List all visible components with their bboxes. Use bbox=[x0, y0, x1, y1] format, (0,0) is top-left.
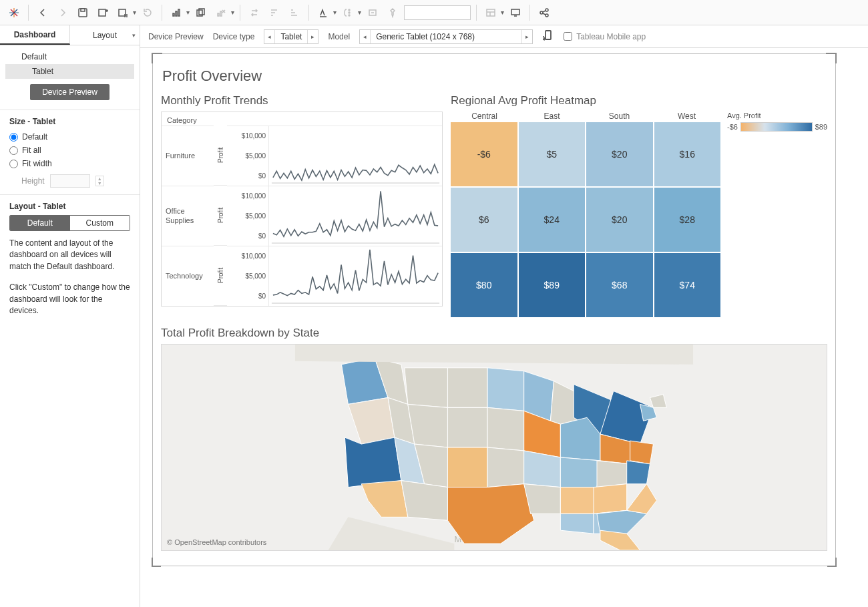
duplicate-sheet-button[interactable] bbox=[192, 4, 210, 21]
svg-marker-74 bbox=[560, 457, 600, 487]
svg-rect-18 bbox=[220, 11, 222, 16]
chevron-right-icon[interactable]: ▸ bbox=[521, 30, 532, 43]
svg-rect-14 bbox=[178, 9, 180, 16]
size-fitall-radio[interactable]: Fit all bbox=[9, 144, 130, 157]
model-label: Model bbox=[328, 32, 350, 41]
logo-icon[interactable] bbox=[5, 4, 23, 21]
svg-rect-33 bbox=[487, 9, 495, 16]
svg-point-29 bbox=[349, 12, 350, 13]
heatmap-cell[interactable]: $74 bbox=[654, 253, 721, 317]
device-preview-bar: Device Preview Device type ◂ Tablet ▸ Mo… bbox=[140, 25, 868, 48]
heatmap-cell[interactable]: $28 bbox=[654, 188, 721, 252]
sparkline[interactable] bbox=[268, 126, 442, 186]
layout-help-2: Click "Custom" to change how the dashboa… bbox=[9, 282, 130, 317]
size-title: Size - Tablet bbox=[9, 117, 130, 126]
layout-title: Layout - Tablet bbox=[9, 202, 130, 211]
trend-row-name: Furniture bbox=[162, 126, 214, 186]
back-button[interactable] bbox=[34, 4, 51, 21]
toolbar-search-input[interactable] bbox=[404, 5, 471, 20]
device-item-default[interactable]: Default bbox=[5, 49, 134, 64]
dropdown-caret-icon[interactable]: ▾ bbox=[333, 9, 337, 16]
svg-point-39 bbox=[546, 9, 548, 11]
heatmap-worksheet[interactable]: Regional Avg Profit Heatmap CentralEastS… bbox=[451, 94, 827, 317]
swap-button[interactable] bbox=[246, 4, 263, 21]
tab-dashboard[interactable]: Dashboard bbox=[0, 25, 70, 45]
tab-layout[interactable]: Layout ▾ bbox=[70, 25, 140, 45]
rotate-button[interactable] bbox=[542, 29, 554, 43]
heatmap-cell[interactable]: $6 bbox=[451, 188, 517, 252]
svg-marker-51 bbox=[447, 368, 487, 408]
device-item-tablet[interactable]: Tablet bbox=[5, 64, 134, 79]
group-button[interactable] bbox=[339, 4, 357, 21]
svg-line-41 bbox=[543, 11, 546, 12]
dropdown-caret-icon[interactable]: ▾ bbox=[133, 9, 136, 16]
heatmap-cell[interactable]: $20 bbox=[586, 122, 653, 186]
size-fitwidth-radio[interactable]: Fit width bbox=[9, 157, 130, 170]
highlight-button[interactable] bbox=[314, 4, 332, 21]
heatmap-legend[interactable]: Avg. Profit -$6 $89 bbox=[727, 112, 827, 317]
svg-marker-78 bbox=[401, 481, 448, 521]
height-input[interactable] bbox=[50, 174, 90, 188]
fit-dropdown-button[interactable] bbox=[482, 4, 499, 21]
heatmap-cell[interactable]: $16 bbox=[654, 122, 721, 186]
refresh-button[interactable] bbox=[139, 4, 156, 21]
svg-marker-88 bbox=[295, 345, 693, 365]
heatmap-cell[interactable]: $24 bbox=[519, 188, 586, 252]
heatmap-cell[interactable]: $5 bbox=[519, 122, 586, 186]
segment-custom[interactable]: Custom bbox=[70, 216, 130, 230]
map-worksheet[interactable]: Total Profit Breakdown by State United S… bbox=[161, 327, 827, 551]
pause-updates-button[interactable] bbox=[114, 4, 132, 21]
device-type-select[interactable]: ◂ Tablet ▸ bbox=[264, 29, 318, 44]
dropdown-caret-icon: ▾ bbox=[358, 9, 361, 16]
svg-rect-43 bbox=[546, 31, 551, 39]
heatmap-cell[interactable]: $68 bbox=[586, 253, 653, 317]
heat-col-header: Central bbox=[451, 112, 518, 121]
chevron-left-icon[interactable]: ◂ bbox=[360, 30, 371, 43]
chevron-right-icon[interactable]: ▸ bbox=[307, 30, 318, 43]
y-ticks: $10,000$5,000$0 bbox=[227, 246, 268, 306]
svg-point-30 bbox=[349, 15, 350, 16]
forward-button[interactable] bbox=[54, 4, 71, 21]
size-default-radio[interactable]: Default bbox=[9, 130, 130, 144]
share-button[interactable] bbox=[535, 4, 553, 21]
mobile-app-checkbox[interactable]: Tableau Mobile app bbox=[564, 32, 646, 41]
svg-line-42 bbox=[543, 13, 546, 15]
heatmap-cell[interactable]: $20 bbox=[586, 188, 653, 252]
labels-button[interactable] bbox=[364, 4, 381, 21]
device-type-label: Device type bbox=[213, 32, 255, 41]
sparkline[interactable] bbox=[268, 246, 442, 306]
new-worksheet-button[interactable] bbox=[168, 4, 185, 21]
svg-marker-52 bbox=[487, 368, 524, 411]
segment-default[interactable]: Default bbox=[10, 216, 70, 230]
category-header: Category bbox=[162, 112, 442, 126]
y-axis-label: Profit bbox=[214, 126, 227, 186]
y-axis-label: Profit bbox=[214, 186, 227, 246]
map-title: Total Profit Breakdown by State bbox=[161, 327, 827, 340]
heatmap-cell[interactable]: $80 bbox=[451, 253, 517, 317]
pin-button[interactable] bbox=[384, 4, 401, 21]
heatmap-cell[interactable]: -$6 bbox=[451, 122, 517, 186]
model-select[interactable]: ◂ Generic Tablet (1024 x 768) ▸ bbox=[359, 29, 533, 44]
svg-marker-76 bbox=[627, 461, 650, 484]
layout-segment[interactable]: Default Custom bbox=[9, 215, 130, 231]
legend-gradient bbox=[740, 122, 813, 132]
chevron-left-icon[interactable]: ◂ bbox=[264, 30, 275, 43]
sparkline[interactable] bbox=[268, 186, 442, 246]
device-preview-button[interactable]: Device Preview bbox=[30, 84, 110, 100]
svg-marker-61 bbox=[408, 404, 448, 447]
svg-marker-67 bbox=[630, 441, 654, 464]
sort-desc-button[interactable] bbox=[286, 4, 303, 21]
svg-marker-68 bbox=[345, 437, 401, 487]
svg-rect-4 bbox=[79, 9, 87, 17]
monthly-trends-worksheet[interactable]: Monthly Profit Trends Category Furniture… bbox=[161, 94, 443, 317]
clear-sheet-button[interactable] bbox=[212, 4, 230, 21]
presentation-button[interactable] bbox=[507, 4, 524, 21]
trends-title: Monthly Profit Trends bbox=[161, 94, 443, 108]
svg-rect-13 bbox=[176, 11, 177, 16]
heatmap-cell[interactable]: $89 bbox=[519, 253, 586, 317]
sort-asc-button[interactable] bbox=[266, 4, 283, 21]
save-button[interactable] bbox=[74, 4, 91, 21]
dropdown-caret-icon[interactable]: ▾ bbox=[186, 9, 190, 16]
height-spinner[interactable]: ▲▼ bbox=[95, 176, 104, 186]
new-connection-button[interactable] bbox=[94, 4, 112, 21]
